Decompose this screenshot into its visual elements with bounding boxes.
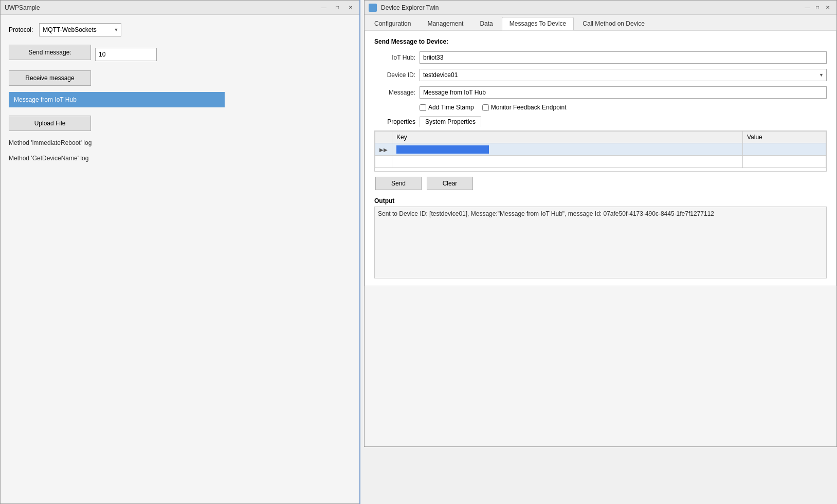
iot-hub-input[interactable] [420, 51, 827, 64]
maximize-button-left[interactable]: □ [333, 3, 342, 12]
log-immediate-reboot: Method 'immediateReboot' log [9, 139, 351, 146]
message-highlight-button[interactable]: Message from IoT Hub [9, 92, 225, 107]
minimize-button-right[interactable]: — [803, 3, 812, 12]
checkbox-row: Add Time Stamp Monitor Feedback Endpoint [374, 104, 827, 111]
right-titlebar-buttons: — □ ✕ [803, 3, 832, 12]
left-content: Protocol: MQTT-WebSockets MQTT AMQP HTTP… [1, 15, 359, 178]
device-id-label: Device ID: [374, 71, 415, 79]
send-message-button[interactable]: Send message: [9, 45, 91, 60]
tab-management[interactable]: Management [420, 17, 471, 30]
monitor-feedback-checkbox[interactable] [482, 104, 489, 111]
messages-to-device-content: Send Message to Device: IoT Hub: Device … [365, 30, 836, 286]
tab-messages-to-device[interactable]: Messages To Device [502, 17, 574, 30]
iot-hub-row: IoT Hub: [374, 51, 827, 64]
protocol-select[interactable]: MQTT-WebSockets MQTT AMQP HTTP [39, 23, 121, 36]
log-get-device-name: Method 'GetDeviceName' log [9, 155, 351, 162]
left-window-title: UWPSample [5, 4, 315, 11]
properties-row: Properties System Properties [374, 116, 827, 127]
tab-data[interactable]: Data [472, 17, 500, 30]
send-message-row: Send message: [9, 45, 351, 64]
minimize-button-left[interactable]: — [319, 3, 329, 12]
properties-label: Properties [374, 118, 415, 125]
properties-section: Properties System Properties Key Value [374, 116, 827, 172]
left-titlebar: UWPSample — □ ✕ [1, 1, 359, 15]
right-window-title: Device Explorer Twin [381, 4, 798, 11]
receive-message-button[interactable]: Receive message [9, 70, 91, 86]
table-row[interactable]: ▶▶ [375, 143, 826, 156]
device-id-select-wrapper: testdevice01 testdevice02 [420, 69, 827, 81]
action-buttons: Send Clear [374, 177, 827, 190]
row-key-cell[interactable] [392, 143, 743, 156]
clear-button[interactable]: Clear [427, 177, 473, 190]
output-section: Output Sent to Device ID: [testdevice01]… [374, 197, 827, 278]
table-header-indicator [375, 132, 392, 143]
tab-call-method[interactable]: Call Method on Device [575, 17, 652, 30]
protocol-label: Protocol: [9, 26, 33, 33]
message-label: Message: [374, 89, 415, 96]
upload-file-button[interactable]: Upload File [9, 116, 91, 131]
table-row-empty [375, 156, 826, 168]
protocol-row: Protocol: MQTT-WebSockets MQTT AMQP HTTP [9, 23, 351, 36]
row-value-cell[interactable] [742, 143, 826, 156]
right-window: Device Explorer Twin — □ ✕ Configuration… [364, 0, 837, 447]
close-button-right[interactable]: ✕ [823, 3, 832, 12]
system-properties-tab[interactable]: System Properties [420, 116, 481, 127]
send-number-input[interactable] [95, 48, 157, 61]
monitor-feedback-checkbox-label[interactable]: Monitor Feedback Endpoint [482, 104, 567, 111]
add-timestamp-checkbox-label[interactable]: Add Time Stamp [420, 104, 474, 111]
properties-table: Key Value ▶▶ [375, 131, 826, 168]
send-button[interactable]: Send [375, 177, 422, 190]
properties-table-wrapper: Key Value ▶▶ [374, 130, 827, 172]
protocol-select-wrapper: MQTT-WebSockets MQTT AMQP HTTP [39, 23, 121, 36]
output-box: Sent to Device ID: [testdevice01], Messa… [374, 207, 827, 278]
row-indicator: ▶▶ [375, 143, 392, 156]
add-timestamp-label: Add Time Stamp [428, 104, 474, 111]
section-title: Send Message to Device: [374, 38, 827, 45]
monitor-feedback-label: Monitor Feedback Endpoint [491, 104, 567, 111]
app-icon [369, 4, 377, 12]
vertical-divider [359, 0, 360, 504]
right-titlebar: Device Explorer Twin — □ ✕ [365, 1, 836, 15]
maximize-button-right[interactable]: □ [813, 3, 822, 12]
tabs-bar: Configuration Management Data Messages T… [365, 15, 836, 30]
tab-configuration[interactable]: Configuration [367, 17, 419, 30]
output-label: Output [374, 197, 827, 204]
device-id-row: Device ID: testdevice01 testdevice02 [374, 69, 827, 81]
table-header-key: Key [392, 132, 743, 143]
iot-hub-label: IoT Hub: [374, 54, 415, 61]
table-header-value: Value [742, 132, 826, 143]
left-window: UWPSample — □ ✕ Protocol: MQTT-WebSocket… [0, 0, 360, 504]
add-timestamp-checkbox[interactable] [420, 104, 426, 111]
close-button-left[interactable]: ✕ [346, 3, 355, 12]
device-id-select[interactable]: testdevice01 testdevice02 [420, 69, 827, 81]
message-input[interactable] [420, 86, 827, 99]
message-row: Message: [374, 86, 827, 99]
properties-tabs: System Properties [420, 116, 481, 127]
